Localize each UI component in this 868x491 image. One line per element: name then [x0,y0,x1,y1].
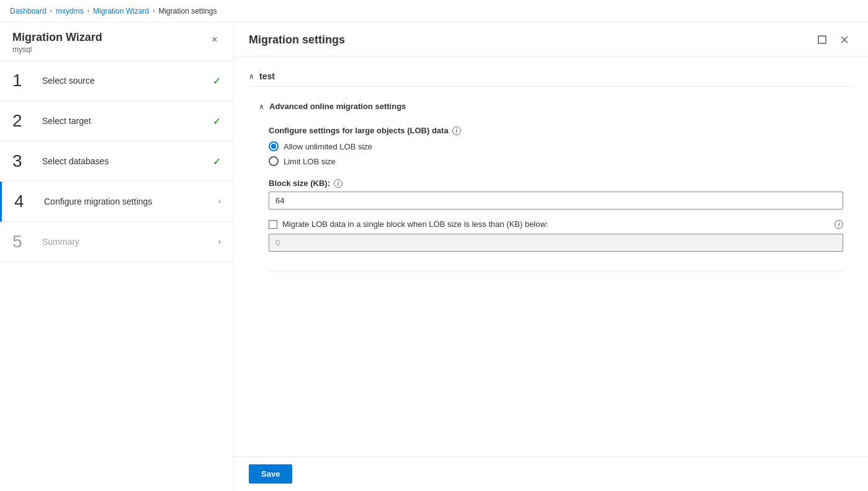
breadcrumb-sep-2: › [87,7,89,14]
step-item-4[interactable]: 4 Configure migration settings › [0,182,233,222]
form-section: Configure settings for large objects (LO… [249,126,853,292]
step-label-2: Select target [42,116,213,126]
sidebar-header: Migration Wizard mysql × [0,22,233,61]
lob-config-label: Configure settings for large objects (LO… [269,126,843,135]
step-item-5[interactable]: 5 Summary › [0,222,233,262]
block-size-info-icon[interactable]: i [334,179,342,188]
section-title-test: test [259,71,275,81]
radio-allow-unlimited[interactable]: Allow unlimited LOB size [269,141,843,151]
radio-limit-lob[interactable]: Limit LOB size [269,156,843,166]
radio-label-limit: Limit LOB size [284,157,336,166]
step-number-2: 2 [12,112,32,130]
step-item-3[interactable]: 3 Select databases ✓ [0,141,233,182]
step-label-3: Select databases [42,156,213,166]
block-size-label: Block size (KB): i [269,179,843,188]
block-size-input[interactable] [269,192,843,210]
content-header-icons [813,31,853,48]
main-layout: Migration Wizard mysql × 1 Select source… [0,22,868,491]
step-check-2: ✓ [213,115,221,127]
breadcrumb-sep-1: › [50,7,52,14]
sidebar-title: Migration Wizard [12,31,221,44]
step-check-3: ✓ [213,156,221,167]
sidebar: Migration Wizard mysql × 1 Select source… [0,22,234,491]
radio-label-unlimited: Allow unlimited LOB size [284,142,372,151]
breadcrumb-sep-3: › [153,7,154,14]
content-title: Migration settings [249,33,345,46]
content-area: Migration settings ∧ test [234,22,868,491]
sidebar-subtitle: mysql [12,45,221,54]
breadcrumb-current: Migration settings [158,7,217,15]
chevron-up-icon-subsection: ∧ [259,102,264,111]
migrate-lob-checkbox-row: Migrate LOB data in a single block when … [269,219,843,229]
migrate-lob-info-icon[interactable]: i [834,220,843,229]
radio-group-lob: Allow unlimited LOB size Limit LOB size [269,141,843,166]
step-item-1[interactable]: 1 Select source ✓ [0,61,233,101]
step-number-4: 4 [14,193,34,210]
content-header: Migration settings [234,22,868,56]
step-label-5: Summary [42,237,218,247]
lob-info-icon[interactable]: i [452,126,461,135]
step-number-3: 3 [12,153,32,170]
step-label-1: Select source [42,76,213,86]
breadcrumb-dashboard[interactable]: Dashboard [10,7,47,15]
step-label-4: Configure migration settings [44,197,218,206]
maximize-button[interactable] [813,31,831,48]
chevron-right-icon-5: › [218,237,221,246]
save-button[interactable]: Save [249,464,292,484]
step-list: 1 Select source ✓ 2 Select target ✓ 3 Se… [0,61,233,491]
chevron-up-icon-test: ∧ [249,72,254,81]
migrate-lob-label: Migrate LOB data in a single block when … [282,219,830,229]
content-body: ∧ test ∧ Advanced online migration setti… [234,56,868,456]
close-content-button[interactable] [836,31,853,48]
breadcrumb-migration-wizard[interactable]: Migration Wizard [93,7,149,15]
migrate-lob-checkbox[interactable] [269,220,277,229]
divider [269,272,843,272]
svg-rect-0 [818,36,826,43]
radio-input-unlimited[interactable] [269,141,279,151]
breadcrumb-mxydms[interactable]: mxydms [56,7,84,15]
step-number-5: 5 [12,233,32,250]
close-button[interactable]: × [206,31,223,48]
step-number-1: 1 [12,72,32,89]
chevron-right-icon-4: › [218,197,221,206]
subsection-header[interactable]: ∧ Advanced online migration settings [249,97,853,116]
step-item-2[interactable]: 2 Select target ✓ [0,101,233,141]
content-footer: Save [234,456,868,491]
breadcrumb: Dashboard › mxydms › Migration Wizard › … [0,0,868,22]
subsection-title: Advanced online migration settings [269,102,406,111]
radio-input-limit[interactable] [269,156,279,166]
step-check-1: ✓ [213,75,221,87]
section-header-test[interactable]: ∧ test [249,66,853,87]
migrate-lob-size-input[interactable] [269,234,843,252]
